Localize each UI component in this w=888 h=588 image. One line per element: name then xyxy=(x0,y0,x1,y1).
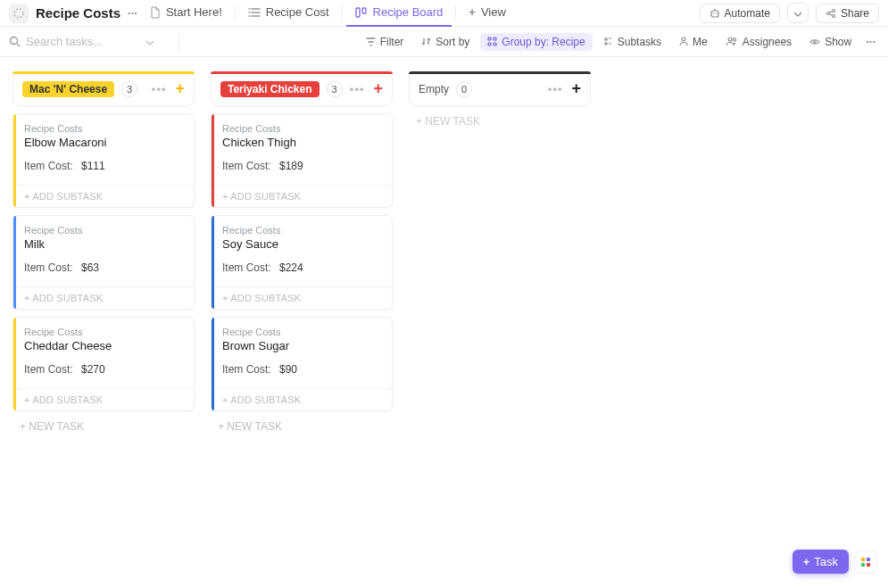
plus-icon: + xyxy=(803,555,810,568)
chip-label: Sort by xyxy=(436,36,469,48)
card-cost-label: Item Cost: xyxy=(222,261,279,274)
card-title: Cheddar Cheese xyxy=(24,339,183,352)
card-list-name: Recipe Costs xyxy=(222,123,381,134)
column-header[interactable]: Mac 'N' Cheese 3 ••• + xyxy=(12,71,195,106)
workspace-icon[interactable] xyxy=(9,4,29,23)
tab-recipe-board[interactable]: Recipe Board xyxy=(346,0,452,27)
task-card[interactable]: Recipe Costs Chicken Thigh Item Cost: $1… xyxy=(211,113,393,208)
divider xyxy=(455,5,456,21)
chip-label: Assignees xyxy=(743,36,792,48)
svg-point-4 xyxy=(712,12,714,14)
divider xyxy=(342,5,343,21)
card-stripe xyxy=(212,114,214,207)
automate-dropdown[interactable] xyxy=(787,3,809,23)
chip-label: Subtasks xyxy=(618,36,661,48)
plus-icon: + xyxy=(469,5,476,19)
new-task-button[interactable]: + NEW TASK xyxy=(12,420,195,433)
add-subtask-button[interactable]: + ADD SUBTASK xyxy=(212,388,392,410)
card-stripe xyxy=(13,114,16,207)
button-label: Share xyxy=(841,7,869,20)
svg-point-8 xyxy=(832,14,834,17)
card-stripe xyxy=(212,216,214,309)
dashed-circle-icon xyxy=(12,7,25,20)
card-cost-value: $90 xyxy=(279,363,297,376)
column-header[interactable]: Teriyaki Chicken 3 ••• + xyxy=(211,71,393,106)
column-add-button[interactable]: + xyxy=(571,79,581,98)
task-card[interactable]: Recipe Costs Soy Sauce Item Cost: $224 +… xyxy=(211,215,393,310)
new-task-button[interactable]: + NEW TASK xyxy=(409,115,591,128)
group-by-button[interactable]: Group by: Recipe xyxy=(480,33,592,51)
svg-rect-12 xyxy=(488,43,491,46)
card-cost-value: $111 xyxy=(81,160,105,172)
svg-point-16 xyxy=(733,38,735,41)
subtasks-button[interactable]: Subtasks xyxy=(596,33,668,51)
card-title: Brown Sugar xyxy=(222,339,381,352)
svg-rect-11 xyxy=(494,37,496,40)
column-count: 3 xyxy=(121,81,137,97)
search-dropdown[interactable] xyxy=(145,35,154,48)
board: Mac 'N' Cheese 3 ••• + Recipe Costs Elbo… xyxy=(0,57,888,588)
task-card[interactable]: Recipe Costs Brown Sugar Item Cost: $90 … xyxy=(211,317,393,411)
new-task-fab[interactable]: + Task xyxy=(793,550,849,574)
column-title: Mac 'N' Cheese xyxy=(22,81,114,97)
sort-button[interactable]: Sort by xyxy=(414,33,477,51)
column-teriyaki-chicken: Teriyaki Chicken 3 ••• + Recipe Costs Ch… xyxy=(211,71,393,433)
card-stripe xyxy=(13,318,16,410)
show-button[interactable]: Show xyxy=(802,33,859,51)
card-cost-value: $224 xyxy=(279,261,303,274)
svg-point-0 xyxy=(14,9,23,18)
filter-button[interactable]: Filter xyxy=(359,33,411,51)
apps-button[interactable] xyxy=(854,551,877,574)
new-task-button[interactable]: + NEW TASK xyxy=(211,420,393,433)
search-input[interactable] xyxy=(26,35,142,48)
column-mac-n-cheese: Mac 'N' Cheese 3 ••• + Recipe Costs Elbo… xyxy=(12,71,195,433)
button-label: Task xyxy=(814,555,838,568)
svg-rect-10 xyxy=(488,37,491,40)
share-icon xyxy=(826,8,836,19)
automate-button[interactable]: Automate xyxy=(700,4,780,23)
column-color-bar xyxy=(12,71,195,74)
svg-point-6 xyxy=(826,12,829,14)
column-more-button[interactable]: ••• xyxy=(350,82,365,95)
doc-icon xyxy=(150,6,161,19)
person-icon xyxy=(679,37,688,46)
group-icon xyxy=(487,37,497,46)
column-add-button[interactable]: + xyxy=(175,79,185,98)
apps-icon xyxy=(861,558,870,567)
sort-icon xyxy=(421,37,431,46)
column-count: 3 xyxy=(327,81,343,97)
header: Recipe Costs ··· Start Here! Recipe Cost… xyxy=(0,0,888,27)
filters-more-button[interactable]: ··· xyxy=(862,35,879,48)
task-card[interactable]: Recipe Costs Elbow Macaroni Item Cost: $… xyxy=(12,113,195,208)
column-more-button[interactable]: ••• xyxy=(152,82,167,95)
search-wrap xyxy=(9,35,170,48)
title-more-button[interactable]: ··· xyxy=(128,6,137,20)
chip-label: Me xyxy=(693,36,708,48)
card-list-name: Recipe Costs xyxy=(222,327,381,337)
me-button[interactable]: Me xyxy=(672,33,715,51)
tab-recipe-cost[interactable]: Recipe Cost xyxy=(239,0,338,27)
assignees-button[interactable]: Assignees xyxy=(718,33,799,51)
column-title: Empty xyxy=(419,81,449,97)
add-subtask-button[interactable]: + ADD SUBTASK xyxy=(212,185,392,207)
add-subtask-button[interactable]: + ADD SUBTASK xyxy=(13,185,194,207)
filters-bar: Filter Sort by Group by: Recipe Subtasks… xyxy=(0,27,888,57)
tab-start-here[interactable]: Start Here! xyxy=(141,0,231,27)
tab-label: Start Here! xyxy=(166,5,222,19)
divider xyxy=(178,32,179,52)
card-cost-value: $189 xyxy=(279,160,303,172)
add-subtask-button[interactable]: + ADD SUBTASK xyxy=(13,388,194,410)
share-button[interactable]: Share xyxy=(816,4,879,23)
svg-rect-13 xyxy=(494,43,496,46)
add-subtask-button[interactable]: + ADD SUBTASK xyxy=(212,286,392,309)
column-more-button[interactable]: ••• xyxy=(548,82,563,95)
board-icon xyxy=(355,7,368,18)
task-card[interactable]: Recipe Costs Milk Item Cost: $63 + ADD S… xyxy=(12,215,195,310)
tab-add-view[interactable]: + View xyxy=(460,0,515,27)
column-header[interactable]: Empty 0 ••• + xyxy=(409,71,591,106)
column-add-button[interactable]: + xyxy=(373,79,383,98)
svg-point-9 xyxy=(11,37,18,45)
task-card[interactable]: Recipe Costs Cheddar Cheese Item Cost: $… xyxy=(12,317,195,411)
add-subtask-button[interactable]: + ADD SUBTASK xyxy=(13,286,194,309)
tab-label: Recipe Cost xyxy=(266,5,329,19)
